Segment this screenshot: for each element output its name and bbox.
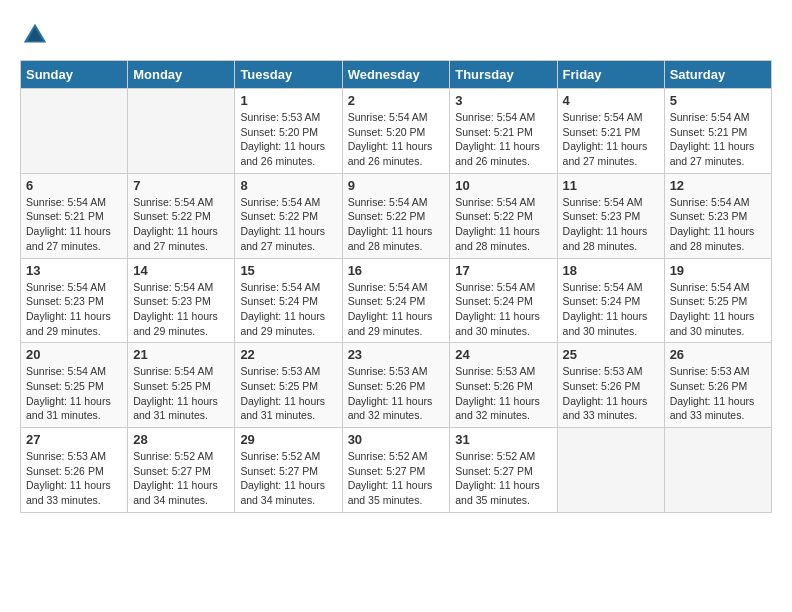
calendar-week-row: 27Sunrise: 5:53 AMSunset: 5:26 PMDayligh…	[21, 428, 772, 513]
calendar-cell: 31Sunrise: 5:52 AMSunset: 5:27 PMDayligh…	[450, 428, 557, 513]
day-of-week-header: Thursday	[450, 61, 557, 89]
day-info: Sunrise: 5:54 AMSunset: 5:24 PMDaylight:…	[455, 280, 551, 339]
day-number: 12	[670, 178, 766, 193]
day-number: 15	[240, 263, 336, 278]
day-info: Sunrise: 5:54 AMSunset: 5:21 PMDaylight:…	[563, 110, 659, 169]
day-number: 25	[563, 347, 659, 362]
day-number: 8	[240, 178, 336, 193]
calendar-cell: 5Sunrise: 5:54 AMSunset: 5:21 PMDaylight…	[664, 89, 771, 174]
day-info: Sunrise: 5:52 AMSunset: 5:27 PMDaylight:…	[348, 449, 445, 508]
day-number: 31	[455, 432, 551, 447]
day-info: Sunrise: 5:54 AMSunset: 5:23 PMDaylight:…	[563, 195, 659, 254]
day-info: Sunrise: 5:53 AMSunset: 5:26 PMDaylight:…	[348, 364, 445, 423]
calendar-cell: 19Sunrise: 5:54 AMSunset: 5:25 PMDayligh…	[664, 258, 771, 343]
calendar-cell	[557, 428, 664, 513]
day-number: 7	[133, 178, 229, 193]
day-number: 22	[240, 347, 336, 362]
day-number: 24	[455, 347, 551, 362]
calendar-cell: 15Sunrise: 5:54 AMSunset: 5:24 PMDayligh…	[235, 258, 342, 343]
calendar-cell: 26Sunrise: 5:53 AMSunset: 5:26 PMDayligh…	[664, 343, 771, 428]
day-number: 6	[26, 178, 122, 193]
day-info: Sunrise: 5:53 AMSunset: 5:26 PMDaylight:…	[26, 449, 122, 508]
calendar-cell	[664, 428, 771, 513]
calendar-cell: 24Sunrise: 5:53 AMSunset: 5:26 PMDayligh…	[450, 343, 557, 428]
calendar-cell: 18Sunrise: 5:54 AMSunset: 5:24 PMDayligh…	[557, 258, 664, 343]
day-number: 4	[563, 93, 659, 108]
day-of-week-header: Wednesday	[342, 61, 450, 89]
day-number: 10	[455, 178, 551, 193]
logo-icon	[20, 20, 50, 50]
day-of-week-header: Friday	[557, 61, 664, 89]
calendar-cell: 28Sunrise: 5:52 AMSunset: 5:27 PMDayligh…	[128, 428, 235, 513]
day-number: 14	[133, 263, 229, 278]
calendar-table: SundayMondayTuesdayWednesdayThursdayFrid…	[20, 60, 772, 513]
day-info: Sunrise: 5:54 AMSunset: 5:20 PMDaylight:…	[348, 110, 445, 169]
day-info: Sunrise: 5:54 AMSunset: 5:22 PMDaylight:…	[240, 195, 336, 254]
calendar-cell: 30Sunrise: 5:52 AMSunset: 5:27 PMDayligh…	[342, 428, 450, 513]
day-info: Sunrise: 5:54 AMSunset: 5:24 PMDaylight:…	[563, 280, 659, 339]
day-info: Sunrise: 5:54 AMSunset: 5:22 PMDaylight:…	[348, 195, 445, 254]
day-info: Sunrise: 5:53 AMSunset: 5:26 PMDaylight:…	[670, 364, 766, 423]
day-number: 26	[670, 347, 766, 362]
calendar-cell: 4Sunrise: 5:54 AMSunset: 5:21 PMDaylight…	[557, 89, 664, 174]
calendar-cell: 8Sunrise: 5:54 AMSunset: 5:22 PMDaylight…	[235, 173, 342, 258]
day-info: Sunrise: 5:52 AMSunset: 5:27 PMDaylight:…	[133, 449, 229, 508]
day-info: Sunrise: 5:54 AMSunset: 5:23 PMDaylight:…	[133, 280, 229, 339]
calendar-cell: 25Sunrise: 5:53 AMSunset: 5:26 PMDayligh…	[557, 343, 664, 428]
calendar-cell: 6Sunrise: 5:54 AMSunset: 5:21 PMDaylight…	[21, 173, 128, 258]
calendar-cell	[128, 89, 235, 174]
calendar-week-row: 1Sunrise: 5:53 AMSunset: 5:20 PMDaylight…	[21, 89, 772, 174]
calendar-week-row: 6Sunrise: 5:54 AMSunset: 5:21 PMDaylight…	[21, 173, 772, 258]
day-info: Sunrise: 5:53 AMSunset: 5:26 PMDaylight:…	[455, 364, 551, 423]
calendar-cell: 10Sunrise: 5:54 AMSunset: 5:22 PMDayligh…	[450, 173, 557, 258]
calendar-cell: 23Sunrise: 5:53 AMSunset: 5:26 PMDayligh…	[342, 343, 450, 428]
day-of-week-header: Tuesday	[235, 61, 342, 89]
day-number: 30	[348, 432, 445, 447]
day-of-week-header: Saturday	[664, 61, 771, 89]
calendar-cell	[21, 89, 128, 174]
day-number: 13	[26, 263, 122, 278]
day-info: Sunrise: 5:53 AMSunset: 5:26 PMDaylight:…	[563, 364, 659, 423]
day-info: Sunrise: 5:54 AMSunset: 5:24 PMDaylight:…	[348, 280, 445, 339]
calendar-cell: 7Sunrise: 5:54 AMSunset: 5:22 PMDaylight…	[128, 173, 235, 258]
calendar-cell: 2Sunrise: 5:54 AMSunset: 5:20 PMDaylight…	[342, 89, 450, 174]
calendar-week-row: 20Sunrise: 5:54 AMSunset: 5:25 PMDayligh…	[21, 343, 772, 428]
day-info: Sunrise: 5:54 AMSunset: 5:25 PMDaylight:…	[670, 280, 766, 339]
calendar-cell: 9Sunrise: 5:54 AMSunset: 5:22 PMDaylight…	[342, 173, 450, 258]
calendar-cell: 27Sunrise: 5:53 AMSunset: 5:26 PMDayligh…	[21, 428, 128, 513]
page-header	[20, 20, 772, 50]
calendar-header-row: SundayMondayTuesdayWednesdayThursdayFrid…	[21, 61, 772, 89]
day-info: Sunrise: 5:54 AMSunset: 5:21 PMDaylight:…	[670, 110, 766, 169]
day-number: 5	[670, 93, 766, 108]
day-info: Sunrise: 5:53 AMSunset: 5:25 PMDaylight:…	[240, 364, 336, 423]
day-info: Sunrise: 5:54 AMSunset: 5:23 PMDaylight:…	[670, 195, 766, 254]
calendar-cell: 11Sunrise: 5:54 AMSunset: 5:23 PMDayligh…	[557, 173, 664, 258]
day-number: 1	[240, 93, 336, 108]
calendar-cell: 14Sunrise: 5:54 AMSunset: 5:23 PMDayligh…	[128, 258, 235, 343]
day-number: 17	[455, 263, 551, 278]
calendar-cell: 13Sunrise: 5:54 AMSunset: 5:23 PMDayligh…	[21, 258, 128, 343]
calendar-cell: 29Sunrise: 5:52 AMSunset: 5:27 PMDayligh…	[235, 428, 342, 513]
day-info: Sunrise: 5:54 AMSunset: 5:25 PMDaylight:…	[133, 364, 229, 423]
day-number: 29	[240, 432, 336, 447]
day-of-week-header: Sunday	[21, 61, 128, 89]
logo	[20, 20, 55, 50]
day-number: 23	[348, 347, 445, 362]
day-info: Sunrise: 5:52 AMSunset: 5:27 PMDaylight:…	[455, 449, 551, 508]
day-number: 27	[26, 432, 122, 447]
day-number: 19	[670, 263, 766, 278]
calendar-cell: 22Sunrise: 5:53 AMSunset: 5:25 PMDayligh…	[235, 343, 342, 428]
calendar-cell: 17Sunrise: 5:54 AMSunset: 5:24 PMDayligh…	[450, 258, 557, 343]
day-info: Sunrise: 5:54 AMSunset: 5:22 PMDaylight:…	[133, 195, 229, 254]
calendar-cell: 21Sunrise: 5:54 AMSunset: 5:25 PMDayligh…	[128, 343, 235, 428]
calendar-week-row: 13Sunrise: 5:54 AMSunset: 5:23 PMDayligh…	[21, 258, 772, 343]
day-info: Sunrise: 5:54 AMSunset: 5:22 PMDaylight:…	[455, 195, 551, 254]
day-info: Sunrise: 5:54 AMSunset: 5:24 PMDaylight:…	[240, 280, 336, 339]
calendar-cell: 3Sunrise: 5:54 AMSunset: 5:21 PMDaylight…	[450, 89, 557, 174]
calendar-cell: 1Sunrise: 5:53 AMSunset: 5:20 PMDaylight…	[235, 89, 342, 174]
day-number: 16	[348, 263, 445, 278]
day-info: Sunrise: 5:54 AMSunset: 5:23 PMDaylight:…	[26, 280, 122, 339]
calendar-cell: 12Sunrise: 5:54 AMSunset: 5:23 PMDayligh…	[664, 173, 771, 258]
day-number: 21	[133, 347, 229, 362]
day-info: Sunrise: 5:54 AMSunset: 5:25 PMDaylight:…	[26, 364, 122, 423]
